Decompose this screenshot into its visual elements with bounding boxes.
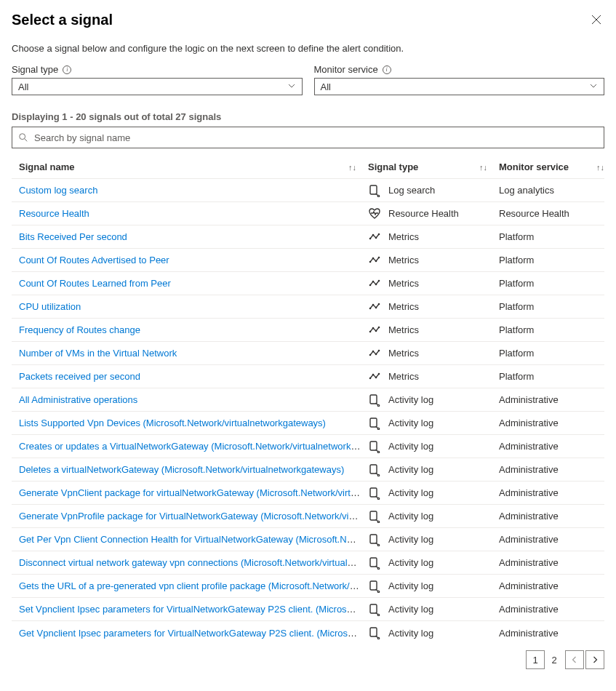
monitor-service-label: Monitor service i xyxy=(314,64,605,75)
signal-link[interactable]: Generate VpnClient package for virtualNe… xyxy=(19,487,368,498)
signal-link[interactable]: Lists Supported Vpn Devices (Microsoft.N… xyxy=(19,418,326,428)
signal-link[interactable]: Deletes a virtualNetworkGateway (Microso… xyxy=(19,464,344,475)
pager-prev[interactable] xyxy=(565,650,584,669)
table-row: Generate VpnProfile package for VirtualN… xyxy=(12,505,604,528)
signal-type-text: Activity log xyxy=(388,394,433,405)
search-input[interactable] xyxy=(33,132,598,144)
pager-next[interactable] xyxy=(585,650,604,669)
chevron-down-icon xyxy=(589,81,598,92)
sort-icon: ↑↓ xyxy=(479,163,499,172)
metrics-icon xyxy=(368,324,381,337)
table-row: CPU utilizationMetricsPlatform xyxy=(12,295,604,319)
metrics-icon xyxy=(368,347,381,360)
table-row: Generate VpnClient package for virtualNe… xyxy=(12,482,604,505)
monitor-service-text: Administrative xyxy=(499,604,604,615)
log-icon xyxy=(368,533,381,546)
signal-link[interactable]: Frequency of Routes change xyxy=(19,324,140,335)
table-row: Resource HealthResource HealthResource H… xyxy=(12,202,604,225)
table-row: Count Of Routes Advertised to PeerMetric… xyxy=(12,249,604,272)
signal-link[interactable]: Count Of Routes Advertised to Peer xyxy=(19,255,169,265)
pagination: 12 xyxy=(12,650,604,669)
search-icon xyxy=(18,132,28,143)
search-box[interactable] xyxy=(12,127,604,148)
monitor-service-text: Platform xyxy=(499,301,604,312)
log-icon xyxy=(368,417,381,430)
monitor-service-text: Administrative xyxy=(499,580,604,591)
table-row: Frequency of Routes changeMetricsPlatfor… xyxy=(12,319,604,342)
column-header-service[interactable]: Monitor service ↑↓ xyxy=(499,161,604,172)
table-row: Bits Received Per secondMetricsPlatform xyxy=(12,225,604,249)
monitor-service-text: Administrative xyxy=(499,511,604,522)
monitor-service-dropdown[interactable]: All xyxy=(314,78,605,95)
table-row: Set Vpnclient Ipsec parameters for Virtu… xyxy=(12,598,604,621)
pager-page-1[interactable]: 1 xyxy=(526,650,545,669)
column-header-type[interactable]: Signal type ↑↓ xyxy=(368,161,499,172)
signal-type-text: Metrics xyxy=(388,348,419,359)
metrics-icon xyxy=(368,277,381,290)
monitor-service-text: Platform xyxy=(499,278,604,289)
log-icon xyxy=(368,603,381,616)
sort-icon: ↑↓ xyxy=(596,163,604,172)
signal-type-text: Activity log xyxy=(388,418,433,428)
signal-link[interactable]: Set Vpnclient Ipsec parameters for Virtu… xyxy=(19,604,368,615)
table-row: Packets received per secondMetricsPlatfo… xyxy=(12,365,604,388)
table-row: Get Vpnclient Ipsec parameters for Virtu… xyxy=(12,621,604,644)
svg-point-6 xyxy=(20,134,25,140)
signal-type-text: Activity log xyxy=(388,511,433,522)
monitor-service-text: Administrative xyxy=(499,534,604,545)
table-row: Number of VMs in the Virtual NetworkMetr… xyxy=(12,342,604,365)
metrics-icon xyxy=(368,231,381,244)
signal-link[interactable]: All Administrative operations xyxy=(19,394,137,405)
signal-link[interactable]: Bits Received Per second xyxy=(19,231,127,242)
signal-link[interactable]: Custom log search xyxy=(19,185,97,196)
table-row: Count Of Routes Learned from PeerMetrics… xyxy=(12,272,604,295)
monitor-service-text: Administrative xyxy=(499,418,604,428)
monitor-service-text: Resource Health xyxy=(499,208,604,219)
signal-link[interactable]: Packets received per second xyxy=(19,371,140,382)
signal-type-text: Activity log xyxy=(388,557,433,568)
signal-type-text: Activity log xyxy=(388,604,433,615)
info-icon[interactable]: i xyxy=(63,65,71,74)
signal-link[interactable]: Get Vpnclient Ipsec parameters for Virtu… xyxy=(19,628,368,639)
table-row: All Administrative operationsActivity lo… xyxy=(12,388,604,412)
signals-table: Signal name ↑↓ Signal type ↑↓ Monitor se… xyxy=(12,156,604,644)
signal-type-dropdown[interactable]: All xyxy=(12,78,303,95)
table-row: Disconnect virtual network gateway vpn c… xyxy=(12,551,604,575)
table-row: Get Per Vpn Client Connection Health for… xyxy=(12,528,604,551)
table-row: Lists Supported Vpn Devices (Microsoft.N… xyxy=(12,412,604,435)
log-icon xyxy=(368,463,381,476)
log-icon xyxy=(368,440,381,453)
signal-type-text: Metrics xyxy=(388,301,419,312)
signal-type-text: Activity log xyxy=(388,534,433,545)
heart-icon xyxy=(368,207,381,220)
signal-link[interactable]: Disconnect virtual network gateway vpn c… xyxy=(19,557,368,568)
monitor-service-text: Platform xyxy=(499,255,604,265)
pager-page-2[interactable]: 2 xyxy=(545,650,564,669)
monitor-service-text: Administrative xyxy=(499,441,604,452)
signal-type-text: Resource Health xyxy=(388,208,459,219)
signal-type-text: Activity log xyxy=(388,487,433,498)
signal-link[interactable]: Count Of Routes Learned from Peer xyxy=(19,278,171,289)
chevron-down-icon xyxy=(287,81,296,92)
signal-link[interactable]: Resource Health xyxy=(19,208,89,219)
signal-type-text: Activity log xyxy=(388,580,433,591)
signal-link[interactable]: Generate VpnProfile package for VirtualN… xyxy=(19,511,368,522)
close-icon xyxy=(591,15,601,25)
signal-link[interactable]: Number of VMs in the Virtual Network xyxy=(19,348,177,359)
info-icon[interactable]: i xyxy=(383,65,391,74)
metrics-icon xyxy=(368,254,381,267)
signal-type-text: Metrics xyxy=(388,324,419,335)
signal-link[interactable]: CPU utilization xyxy=(19,301,81,312)
metrics-icon xyxy=(368,300,381,313)
metrics-icon xyxy=(368,370,381,383)
signal-link[interactable]: Creates or updates a VirtualNetworkGatew… xyxy=(19,441,368,452)
description-text: Choose a signal below and configure the … xyxy=(12,43,604,54)
log-icon xyxy=(368,556,381,570)
log-icon xyxy=(368,487,381,500)
column-header-name[interactable]: Signal name ↑↓ xyxy=(12,161,368,172)
signal-link[interactable]: Get Per Vpn Client Connection Health for… xyxy=(19,534,368,545)
table-row: Deletes a virtualNetworkGateway (Microso… xyxy=(12,458,604,482)
log-icon xyxy=(368,626,381,639)
signal-link[interactable]: Gets the URL of a pre-generated vpn clie… xyxy=(19,580,368,591)
close-button[interactable] xyxy=(588,12,604,28)
